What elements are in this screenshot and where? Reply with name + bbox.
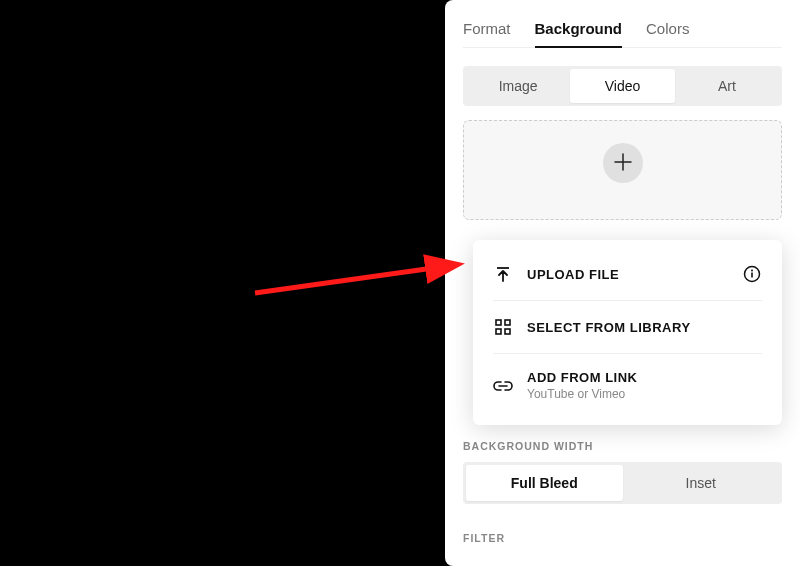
width-inset[interactable]: Inset: [623, 465, 780, 501]
svg-rect-4: [505, 320, 510, 325]
popup-select-library[interactable]: SELECT FROM LIBRARY: [473, 301, 782, 353]
background-width-label: BACKGROUND WIDTH: [463, 440, 782, 452]
svg-point-1: [751, 270, 753, 272]
segment-art[interactable]: Art: [675, 69, 779, 103]
add-media-button[interactable]: [603, 143, 643, 183]
add-media-popup: UPLOAD FILE SELECT FROM LIBRARY ADD FROM…: [473, 240, 782, 425]
plus-icon: [614, 149, 632, 177]
add-from-link-sublabel: YouTube or Vimeo: [527, 387, 762, 401]
background-width-section: BACKGROUND WIDTH Full Bleed Inset: [463, 440, 782, 504]
svg-rect-5: [496, 329, 501, 334]
width-segmented: Full Bleed Inset: [463, 462, 782, 504]
width-full-bleed[interactable]: Full Bleed: [466, 465, 623, 501]
tab-format[interactable]: Format: [463, 14, 511, 47]
filter-label: FILTER: [463, 532, 782, 544]
popup-upload-file[interactable]: UPLOAD FILE: [473, 248, 782, 300]
svg-rect-3: [496, 320, 501, 325]
segment-image[interactable]: Image: [466, 69, 570, 103]
svg-line-8: [255, 265, 455, 293]
select-library-label: SELECT FROM LIBRARY: [527, 320, 762, 335]
segment-video[interactable]: Video: [570, 69, 674, 103]
panel-tabs: Format Background Colors: [463, 14, 782, 48]
popup-add-from-link[interactable]: ADD FROM LINK YouTube or Vimeo: [473, 354, 782, 417]
tab-background[interactable]: Background: [535, 14, 623, 47]
grid-icon: [493, 317, 513, 337]
tab-colors[interactable]: Colors: [646, 14, 689, 47]
svg-rect-6: [505, 329, 510, 334]
upload-dropzone[interactable]: [463, 120, 782, 220]
info-icon[interactable]: [742, 265, 762, 283]
upload-icon: [493, 264, 513, 284]
add-from-link-label: ADD FROM LINK: [527, 370, 762, 385]
svg-rect-2: [751, 273, 753, 278]
media-type-segmented: Image Video Art: [463, 66, 782, 106]
upload-file-label: UPLOAD FILE: [527, 267, 728, 282]
link-icon: [493, 376, 513, 396]
filter-section: FILTER: [463, 532, 782, 544]
settings-panel: Format Background Colors Image Video Art…: [445, 0, 800, 566]
